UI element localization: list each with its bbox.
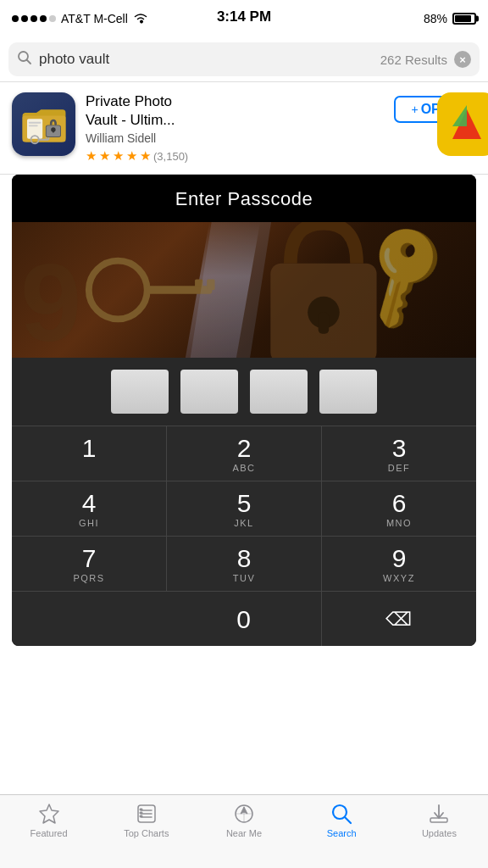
tab-near-me[interactable]: Near Me [195, 802, 292, 838]
tab-featured-label: Featured [30, 828, 68, 838]
status-right: 88% [424, 12, 476, 25]
svg-rect-10 [53, 129, 54, 132]
app-icon-inner [12, 92, 75, 156]
key-3[interactable]: 3 DEF [322, 426, 476, 481]
keypad-row-4: 0 ⌫ [12, 591, 476, 646]
star-1: ★ [86, 148, 97, 164]
svg-rect-5 [28, 121, 41, 123]
key-0[interactable]: 0 [166, 592, 321, 646]
app-icon [12, 92, 75, 156]
svg-rect-12 [37, 138, 48, 140]
partial-app-icon [437, 92, 488, 156]
key-5[interactable]: 5 JKL [167, 481, 322, 536]
status-bar: AT&T M-Cell 3:14 PM 88% [0, 0, 488, 37]
app-name: Private PhotoVault - Ultim... [86, 92, 384, 130]
top-charts-icon [135, 802, 158, 826]
svg-rect-30 [140, 809, 142, 810]
svg-marker-25 [40, 804, 58, 823]
star-2: ★ [99, 148, 110, 164]
signal-dot-1 [12, 15, 19, 22]
svg-rect-6 [28, 125, 37, 126]
svg-rect-32 [140, 815, 142, 817]
passcode-screen: Enter Passcode 9 🔑 [12, 175, 476, 646]
svg-rect-14 [47, 137, 49, 140]
star-3: ★ [113, 148, 124, 164]
key-2[interactable]: 2 ABC [167, 426, 322, 481]
app-info: Private PhotoVault - Ultim... William Si… [86, 92, 384, 164]
passcode-title: Enter Passcode [12, 175, 476, 222]
key-8[interactable]: 8 TUV [167, 537, 322, 591]
featured-icon [37, 802, 61, 826]
updates-icon [427, 802, 451, 826]
signal-dot-3 [30, 15, 37, 22]
tab-top-charts[interactable]: Top Charts [97, 802, 195, 838]
signal-dots [12, 15, 56, 22]
passcode-box-3 [250, 370, 308, 414]
app-result-row: Private PhotoVault - Ultim... William Si… [0, 82, 488, 174]
tab-updates-label: Updates [422, 828, 457, 838]
svg-rect-13 [45, 137, 47, 139]
key-6[interactable]: 6 MNO [322, 481, 476, 536]
signal-dot-5 [49, 15, 56, 22]
time-label: 3:14 PM [217, 8, 271, 25]
passcode-box-4 [319, 370, 377, 414]
tab-top-charts-label: Top Charts [124, 828, 169, 838]
tab-featured[interactable]: Featured [0, 802, 97, 838]
keypad-row-2: 4 GHI 5 JKL 6 MNO [12, 481, 476, 536]
search-clear-button[interactable]: × [454, 51, 471, 68]
svg-line-1 [27, 59, 31, 64]
tab-search-label: Search [327, 828, 357, 838]
battery-icon [452, 13, 476, 25]
keypad: 1 2 ABC 3 DEF 4 GHI 5 [12, 426, 476, 646]
carrier-label: AT&T M-Cell [61, 12, 128, 25]
tab-near-me-label: Near Me [226, 828, 262, 838]
keypad-row-3: 7 PQRS 8 TUV 9 WXYZ [12, 536, 476, 591]
svg-point-20 [89, 261, 147, 320]
signal-dot-4 [40, 15, 47, 22]
passcode-bg-image: 9 🔑 [12, 222, 476, 358]
passcode-input-boxes [12, 358, 476, 426]
svg-marker-16 [452, 105, 467, 126]
key-1[interactable]: 1 [12, 426, 167, 481]
key-9[interactable]: 9 WXYZ [322, 537, 476, 591]
svg-rect-19 [319, 313, 330, 334]
search-bar[interactable]: photo vault 262 Results × [8, 42, 480, 76]
results-count: 262 Results [380, 53, 447, 67]
app-rating: ★ ★ ★ ★ ★ (3,150) [86, 148, 384, 164]
passcode-box-2 [180, 370, 238, 414]
search-tab-icon [330, 802, 353, 826]
search-icon [17, 50, 32, 70]
wifi-icon [133, 12, 148, 26]
search-query: photo vault [39, 51, 374, 68]
tab-search[interactable]: Search [293, 802, 391, 838]
key-7[interactable]: 7 PQRS [12, 537, 167, 591]
signal-dot-2 [21, 15, 28, 22]
keypad-row-1: 1 2 ABC 3 DEF [12, 426, 476, 481]
star-5-half: ★ [140, 148, 151, 164]
status-left: AT&T M-Cell [12, 12, 148, 26]
star-4: ★ [126, 148, 137, 164]
battery-percent: 88% [424, 12, 447, 25]
key-empty [12, 592, 166, 646]
key-4[interactable]: 4 GHI [12, 481, 167, 536]
key-backspace[interactable]: ⌫ [322, 592, 476, 646]
app-screenshot: Enter Passcode 9 🔑 [12, 175, 476, 646]
battery-fill [455, 15, 471, 22]
tab-bar: Featured Top Charts Near Me [0, 794, 488, 868]
app-author: William Sidell [86, 131, 384, 145]
passcode-box-1 [111, 370, 169, 414]
svg-line-38 [345, 817, 351, 823]
review-count: (3,150) [153, 150, 188, 163]
svg-rect-31 [140, 812, 142, 814]
tab-updates[interactable]: Updates [391, 802, 488, 838]
near-me-icon [232, 802, 256, 826]
open-btn-plus: + [411, 103, 418, 116]
